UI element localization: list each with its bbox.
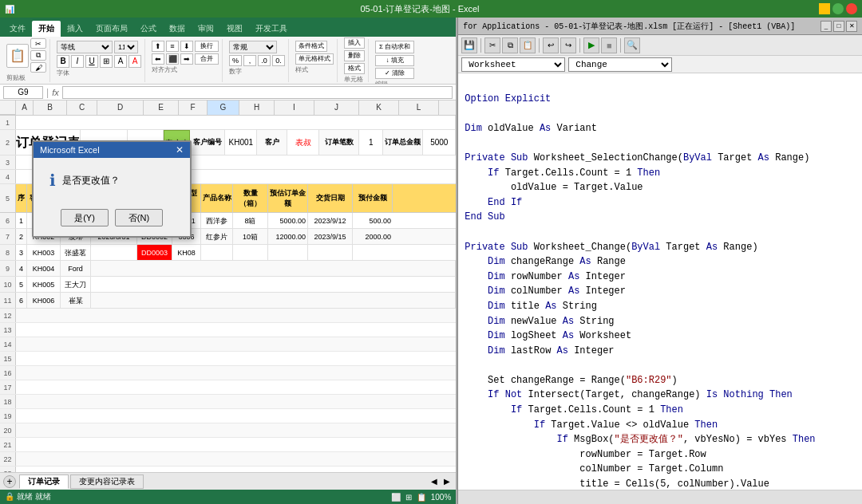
data-row-4: 9 4 KH004 Ford <box>0 261 456 277</box>
insert-cells-btn[interactable]: 插入 <box>344 37 365 49</box>
cell-reference-input[interactable] <box>3 86 43 99</box>
sheet-tab-changes[interactable]: 变更内容记录表 <box>70 474 144 489</box>
formula-separator: | <box>46 87 49 98</box>
col-a[interactable]: A <box>16 100 34 115</box>
tab-layout[interactable]: 页面布局 <box>89 21 134 37</box>
bold-btn[interactable]: B <box>57 55 69 68</box>
scroll-left-btn[interactable]: ◀ <box>429 477 440 486</box>
cond-format-btn[interactable]: 条件格式 <box>295 41 327 52</box>
dialog-no-btn[interactable]: 否(N) <box>115 209 163 226</box>
wrap-text-btn[interactable]: 换行 <box>195 41 219 52</box>
customer-value-cell: 表叔 <box>287 130 319 155</box>
cell-style-btn[interactable]: 单元格样式 <box>295 53 334 65</box>
vba-paste-btn[interactable]: 📋 <box>520 37 536 53</box>
tab-formula[interactable]: 公式 <box>134 21 163 37</box>
maximize-btn[interactable] <box>832 3 844 14</box>
percent-btn[interactable]: % <box>229 55 242 66</box>
minimize-btn[interactable] <box>819 3 830 14</box>
format-cells-btn[interactable]: 格式 <box>344 63 365 74</box>
font-label: 字体 <box>57 69 141 77</box>
align-left-btn[interactable]: ⬅ <box>152 53 164 65</box>
col-c[interactable]: C <box>67 100 97 115</box>
tab-file[interactable]: 文件 <box>3 21 32 37</box>
data-row-5: 10 5 KH005 王大刀 <box>0 277 456 293</box>
font-size-select[interactable]: 11 <box>114 41 138 53</box>
vba-copy-btn[interactable]: ⧉ <box>502 37 518 53</box>
tab-insert[interactable]: 插入 <box>61 21 89 37</box>
col-g[interactable]: G <box>208 100 239 115</box>
dialog-body: ℹ 是否更改值？ <box>34 158 190 203</box>
autosum-btn[interactable]: Σ 自动求和 <box>375 41 414 53</box>
formula-input[interactable] <box>62 86 453 99</box>
border-btn[interactable]: ⊞ <box>100 55 113 68</box>
align-right-btn[interactable]: ➡ <box>180 53 193 65</box>
col-b[interactable]: B <box>34 100 67 115</box>
font-family-select[interactable]: 等线 <box>57 41 113 53</box>
new-sheet-btn[interactable]: + <box>3 475 16 488</box>
dialog-yes-btn[interactable]: 是(Y) <box>61 209 109 226</box>
vba-run-btn[interactable]: ▶ <box>583 37 599 53</box>
align-center-btn[interactable]: ⬛ <box>166 53 179 65</box>
close-btn[interactable] <box>846 3 857 14</box>
align-top-btn[interactable]: ⬆ <box>152 41 164 52</box>
decrease-decimal-btn[interactable]: 0. <box>272 55 285 66</box>
increase-decimal-btn[interactable]: .0 <box>258 55 271 66</box>
empty-row-17: 17 <box>0 380 456 395</box>
align-bot-btn[interactable]: ⬇ <box>180 41 193 52</box>
tab-devtools[interactable]: 开发工具 <box>249 21 294 37</box>
paste-btn[interactable]: 📋 <box>6 44 29 68</box>
vba-event-dropdown[interactable]: Change <box>568 57 672 72</box>
col-f[interactable]: F <box>179 100 208 115</box>
scroll-right-btn[interactable]: ▶ <box>441 477 453 486</box>
vba-editor-pane: for Applications - 05-01-订单登记表-地图.xlsm [… <box>457 18 862 504</box>
vba-cut-btn[interactable]: ✂ <box>484 37 500 53</box>
cut-btn[interactable]: ✂ <box>30 38 46 49</box>
tab-data[interactable]: 数据 <box>163 21 192 37</box>
fill-btn2[interactable]: ↓ 填充 <box>375 55 414 66</box>
format-painter-btn[interactable]: 🖌 <box>30 62 46 73</box>
vba-close-btn[interactable]: ✕ <box>846 21 857 32</box>
underline-btn[interactable]: U <box>85 55 98 68</box>
col-i[interactable]: I <box>275 100 314 115</box>
sheet-tab-orders[interactable]: 订单记录 <box>19 474 69 489</box>
clear-btn[interactable]: ✓ 清除 <box>375 68 414 79</box>
vba-save-btn[interactable]: 💾 <box>461 37 477 53</box>
empty-row-21: 21 <box>0 438 456 452</box>
view-page-btn[interactable]: 📋 <box>417 493 426 502</box>
fontcolor-btn[interactable]: A <box>129 55 141 68</box>
merge-btn[interactable]: 合并 <box>195 53 219 65</box>
vba-min-btn[interactable]: _ <box>820 21 832 32</box>
vba-redo-btn[interactable]: ↪ <box>560 37 576 53</box>
italic-btn[interactable]: I <box>71 55 84 68</box>
vba-find-btn[interactable]: 🔍 <box>624 37 640 53</box>
delete-cells-btn[interactable]: 删除 <box>344 50 365 61</box>
dialog-close-icon[interactable]: ✕ <box>176 144 184 156</box>
vba-code-area[interactable]: Option Explicit Dim oldValue As Variant … <box>458 73 862 490</box>
col-k[interactable]: K <box>359 100 399 115</box>
vba-undo-btn[interactable]: ↩ <box>543 37 559 53</box>
align-mid-btn[interactable]: ≡ <box>166 41 179 52</box>
vba-object-dropdown[interactable]: Worksheet <box>461 57 565 72</box>
tab-view[interactable]: 视图 <box>220 21 249 37</box>
vba-max-btn[interactable]: □ <box>833 21 844 32</box>
col-e[interactable]: E <box>144 100 179 115</box>
tab-review[interactable]: 审阅 <box>192 21 220 37</box>
tab-home[interactable]: 开始 <box>32 21 61 37</box>
vba-app-title: for Applications - 05-01-订单登记表-地图.xlsm [… <box>463 21 795 32</box>
view-normal-btn[interactable]: ⬜ <box>391 493 401 502</box>
comma-btn[interactable]: , <box>243 55 256 66</box>
view-layout-btn[interactable]: ⊞ <box>405 493 412 502</box>
col-l[interactable]: L <box>399 100 439 115</box>
vba-stop-btn[interactable]: ■ <box>601 37 617 53</box>
col-j[interactable]: J <box>314 100 359 115</box>
empty-row-13: 13 <box>0 323 456 337</box>
col-d[interactable]: D <box>97 100 144 115</box>
kh-value-cell: KH001 <box>225 130 257 155</box>
fill-btn[interactable]: A <box>114 55 127 68</box>
copy-btn[interactable]: ⧉ <box>30 50 46 61</box>
excel-pane: 文件 开始 插入 页面布局 公式 数据 审阅 视图 开发工具 📋 ✂ <box>0 18 457 504</box>
col-h[interactable]: H <box>239 100 275 115</box>
empty-row-15: 15 <box>0 352 456 366</box>
empty-rows: 12131415161718192021222324252627282930 <box>0 309 456 472</box>
number-format-select[interactable]: 常规 <box>229 41 277 53</box>
